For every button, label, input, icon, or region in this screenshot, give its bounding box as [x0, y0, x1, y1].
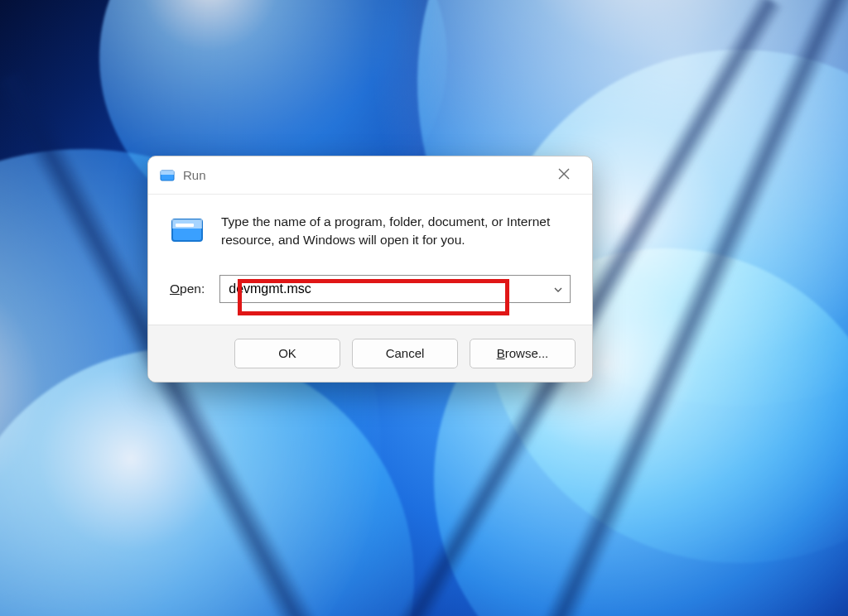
cancel-button[interactable]: Cancel — [352, 339, 458, 368]
svg-rect-1 — [161, 171, 174, 175]
button-bar: OK Cancel Browse... — [148, 325, 592, 382]
open-combobox[interactable] — [219, 275, 571, 303]
chevron-down-icon[interactable] — [547, 283, 570, 295]
dialog-body: Type the name of a program, folder, docu… — [148, 195, 592, 325]
ok-button[interactable]: OK — [234, 339, 340, 368]
open-label: Open: — [170, 282, 205, 296]
dialog-title: Run — [183, 168, 547, 182]
open-input[interactable] — [220, 282, 547, 296]
dialog-description: Type the name of a program, folder, docu… — [221, 213, 571, 250]
desktop-wallpaper: Run Type the name of a program, folder, — [0, 0, 848, 616]
svg-rect-6 — [176, 224, 194, 227]
browse-button[interactable]: Browse... — [470, 339, 576, 368]
titlebar[interactable]: Run — [148, 156, 592, 195]
run-body-icon — [170, 213, 205, 248]
run-dialog: Run Type the name of a program, folder, — [147, 156, 593, 383]
close-button[interactable] — [547, 166, 581, 184]
close-icon — [558, 168, 570, 180]
run-titlebar-icon — [160, 168, 175, 183]
